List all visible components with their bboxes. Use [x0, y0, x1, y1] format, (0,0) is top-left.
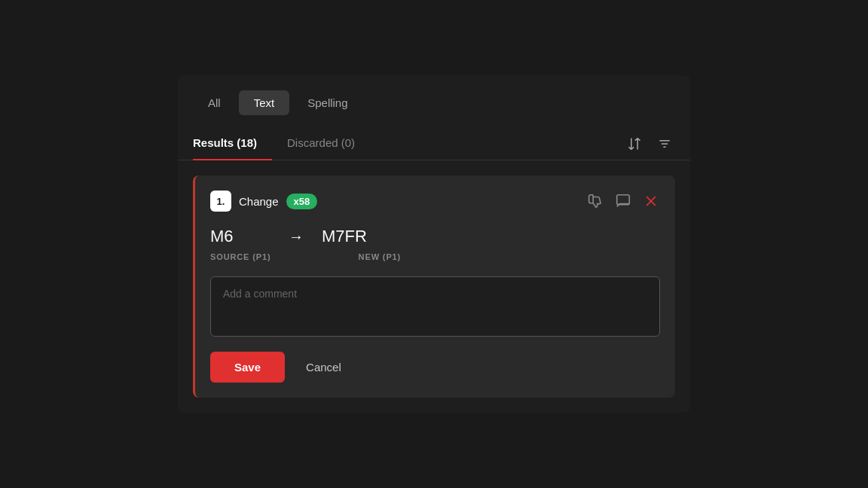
labels-row: SOURCE (P1) NEW (P1)	[210, 252, 660, 261]
sort-button[interactable]	[624, 133, 645, 154]
comment-icon	[615, 193, 631, 209]
svg-rect-3	[617, 195, 630, 205]
results-row: Results (18) Discarded (0)	[178, 127, 690, 160]
dislike-button[interactable]	[585, 191, 604, 211]
discarded-tab[interactable]: Discarded (0)	[272, 127, 370, 160]
tabs-row: All Text Spelling	[178, 90, 690, 127]
results-tab[interactable]: Results (18)	[193, 127, 272, 160]
tab-text[interactable]: Text	[239, 90, 290, 115]
new-label: NEW (P1)	[359, 252, 402, 261]
dislike-icon	[586, 193, 603, 209]
new-value: M7FR	[322, 227, 367, 246]
card-change-label: Change	[239, 195, 279, 208]
filter-icon	[657, 136, 672, 151]
sort-icon	[627, 136, 642, 151]
card-area: 1. Change x58	[178, 160, 690, 413]
source-label: SOURCE (P1)	[210, 252, 271, 261]
change-row: M6 → M7FR	[210, 227, 660, 246]
source-value: M6	[210, 227, 270, 246]
tab-spelling[interactable]: Spelling	[292, 90, 362, 115]
comment-button[interactable]	[613, 191, 633, 211]
close-icon	[643, 194, 659, 209]
card-header: 1. Change x58	[210, 191, 660, 212]
arrow-right-icon: →	[289, 228, 304, 246]
card-number: 1.	[210, 191, 231, 212]
save-button[interactable]: Save	[210, 352, 285, 383]
card-actions	[585, 191, 660, 211]
badge-count: x58	[286, 194, 318, 209]
tab-all[interactable]: All	[193, 90, 236, 115]
comment-input[interactable]	[210, 276, 660, 337]
main-panel: All Text Spelling Results (18) Discarded…	[178, 75, 690, 413]
button-row: Save Cancel	[210, 352, 660, 383]
cancel-button[interactable]: Cancel	[294, 352, 353, 383]
sort-icons	[624, 133, 675, 154]
close-button[interactable]	[642, 192, 660, 210]
change-card: 1. Change x58	[193, 175, 675, 398]
filter-button[interactable]	[654, 133, 675, 154]
